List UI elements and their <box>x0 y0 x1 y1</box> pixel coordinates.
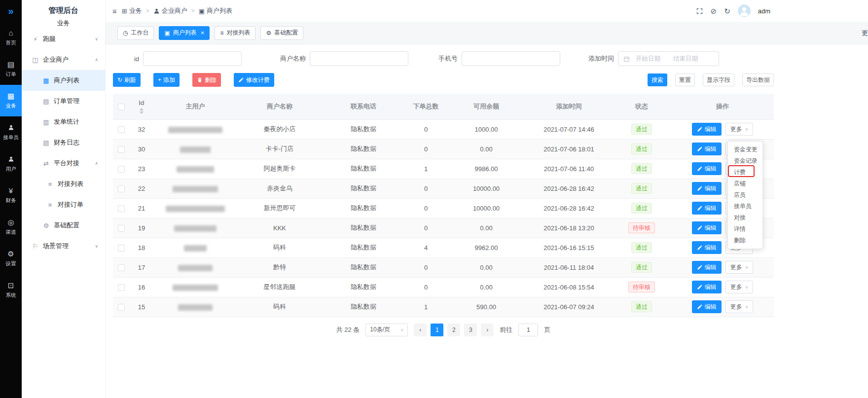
select-all-checkbox[interactable] <box>118 104 125 110</box>
tab-商户列表[interactable]: ▣商户列表× <box>159 26 210 40</box>
add-button[interactable]: + 添加 <box>153 73 180 87</box>
edit-button[interactable]: 编辑 <box>692 221 722 234</box>
sidebar-item-对接列表[interactable]: ≡对接列表 <box>22 174 105 194</box>
column-header-主用户: 主用户 <box>153 94 237 119</box>
refresh-page-icon[interactable]: ↻ <box>724 7 730 15</box>
sidebar-item-平台对接[interactable]: ⇄平台对接∧ <box>22 153 105 174</box>
row-checkbox[interactable] <box>118 245 125 252</box>
column-header-label: Id <box>139 99 145 107</box>
edit-button[interactable]: 编辑 <box>692 241 722 254</box>
export-data-button[interactable]: 导出数据 <box>742 73 774 86</box>
sidebar-item-跑腿[interactable]: ⚡跑腿∨ <box>22 29 105 49</box>
sidebar-item-基础配置[interactable]: ⚙基础配置 <box>22 215 105 236</box>
status-badge: 待审核 <box>628 282 655 292</box>
tab-对接列表[interactable]: ≡对接列表 <box>215 26 255 40</box>
logo-icon[interactable]: » <box>0 0 22 22</box>
edit-button[interactable]: 编辑 <box>692 123 722 136</box>
rail-item-首页[interactable]: ⌂首页 <box>0 22 22 53</box>
fullscreen-icon[interactable] <box>696 7 703 15</box>
refresh-button[interactable]: ↻ 刷新 <box>113 73 141 87</box>
menu-item-店铺[interactable]: 店铺 <box>728 178 762 189</box>
edit-button[interactable]: 编辑 <box>692 300 722 313</box>
search-button[interactable]: 搜索 <box>648 73 667 86</box>
page-button-2[interactable]: 2 <box>447 324 460 336</box>
status-badge: 通过 <box>631 203 652 214</box>
sort-icon[interactable] <box>140 108 144 114</box>
breadcrumb-item-企业商户[interactable]: 企业商户 <box>153 6 187 15</box>
breadcrumb-item-业务[interactable]: ⊞业务 <box>122 6 142 15</box>
phone-input[interactable] <box>462 51 560 66</box>
more-button[interactable]: 更多 ∨ <box>725 261 754 274</box>
avatar[interactable] <box>738 4 751 17</box>
user-name[interactable]: adm <box>758 7 770 15</box>
page-size-select[interactable]: 10条/页 ∨ <box>365 324 408 336</box>
table-header-row: Id主用户商户名称联系电话下单总数可用余额添加时间状态操作 <box>113 94 774 119</box>
collapse-sidebar-icon[interactable]: ≡ <box>112 7 117 15</box>
row-checkbox[interactable] <box>118 166 125 173</box>
rail-item-渠道[interactable]: ◎渠道 <box>0 211 22 243</box>
id-input[interactable] <box>143 51 242 66</box>
merchant-name-input[interactable] <box>310 51 408 66</box>
date-range-picker[interactable]: 开始日期 结束日期 <box>618 51 719 66</box>
rail-item-系统[interactable]: ⊡系统 <box>0 274 22 306</box>
row-checkbox[interactable] <box>118 225 125 232</box>
prev-page-button[interactable]: ‹ <box>414 324 427 336</box>
menu-item-资金变更[interactable]: 资金变更 <box>728 144 762 155</box>
status-badge: 通过 <box>631 163 652 174</box>
cell-merchant-name: 阿超奥斯卡 <box>237 159 322 179</box>
rail-item-订单[interactable]: ▤订单 <box>0 53 22 85</box>
more-button[interactable]: 更多 ∨ <box>725 281 754 293</box>
menu-item-删除[interactable]: 删除 <box>728 235 762 246</box>
menu-item-详情[interactable]: 详情 <box>728 223 762 235</box>
menu-item-接单员[interactable]: 接单员 <box>728 201 762 212</box>
cell-order-count: 0 <box>405 139 447 159</box>
row-checkbox[interactable] <box>118 146 125 153</box>
reset-button[interactable]: 重置 <box>675 73 695 86</box>
edit-button[interactable]: 编辑 <box>692 182 722 195</box>
delete-button[interactable]: 删除 <box>192 73 221 87</box>
edit-button[interactable]: 编辑 <box>692 281 722 293</box>
sidebar-item-发单统计[interactable]: ▥发单统计 <box>22 111 105 132</box>
edit-button[interactable]: 编辑 <box>692 162 722 175</box>
tab-bar-more[interactable]: 更多 <box>862 29 868 37</box>
masked-user-data <box>174 225 217 232</box>
menu-item-店员[interactable]: 店员 <box>728 189 762 201</box>
menu-item-资金记录[interactable]: 资金记录 <box>728 155 762 167</box>
edit-billing-button[interactable]: 修改计费 <box>234 73 274 87</box>
row-checkbox[interactable] <box>118 185 125 192</box>
sidebar-item-对接订单[interactable]: ≡对接订单 <box>22 194 105 215</box>
menu-item-对接[interactable]: 对接 <box>728 212 762 223</box>
edit-button[interactable]: 编辑 <box>692 143 722 155</box>
close-icon[interactable]: × <box>201 30 205 36</box>
more-button[interactable]: 更多 ∨ <box>725 300 754 313</box>
more-button[interactable]: 更多 ∨ <box>725 123 754 136</box>
rail-item-业务[interactable]: ▦业务 <box>0 85 22 116</box>
row-checkbox[interactable] <box>118 264 125 271</box>
page-button-1[interactable]: 1 <box>431 324 443 336</box>
row-checkbox[interactable] <box>118 205 125 212</box>
rail-item-接单员[interactable]: 接单员 <box>0 116 22 148</box>
sidebar-item-企业商户[interactable]: ◫企业商户∧ <box>22 49 105 70</box>
rail-item-财务[interactable]: ¥财务 <box>0 180 22 211</box>
row-checkbox[interactable] <box>118 284 125 291</box>
sidebar-item-商户列表[interactable]: ▦商户列表 <box>22 70 105 91</box>
page-button-3[interactable]: 3 <box>464 324 477 336</box>
show-fields-button[interactable]: 显示字段 <box>703 73 734 86</box>
tab-基础配置[interactable]: ⚙基础配置 <box>260 26 303 40</box>
sidebar-item-订单管理[interactable]: ▤订单管理 <box>22 91 105 111</box>
edit-button[interactable]: 编辑 <box>692 202 722 215</box>
next-page-button[interactable]: › <box>481 324 494 336</box>
column-header-Id[interactable]: Id <box>130 94 153 119</box>
goto-page-input[interactable] <box>518 324 538 336</box>
row-checkbox[interactable] <box>118 304 125 311</box>
tab-工作台[interactable]: ◷工作台 <box>117 26 154 40</box>
row-checkbox[interactable] <box>118 126 125 133</box>
rail-item-用户[interactable]: 用户 <box>0 148 22 180</box>
sidebar-item-场景管理[interactable]: ⚐场景管理∨ <box>22 236 105 256</box>
sidebar-item-财务日志[interactable]: ▤财务日志 <box>22 132 105 153</box>
rail-item-设置[interactable]: ⚙设置 <box>0 243 22 274</box>
circle-slash-icon[interactable]: ⊘ <box>711 7 717 15</box>
edit-button[interactable]: 编辑 <box>692 261 722 274</box>
menu-item-计费[interactable]: 计费 <box>728 167 762 178</box>
breadcrumb-item-商户列表[interactable]: ▣商户列表 <box>199 6 232 15</box>
